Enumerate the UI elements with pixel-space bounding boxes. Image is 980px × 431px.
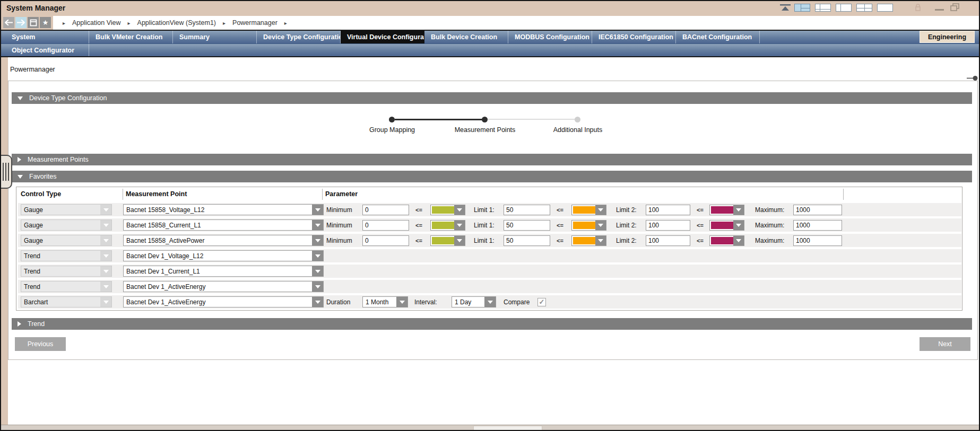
dropdown-arrow-icon[interactable] bbox=[454, 236, 465, 245]
layout-left-icon[interactable] bbox=[836, 4, 852, 12]
dropdown-arrow-icon[interactable] bbox=[312, 251, 323, 261]
step-dot-additional-inputs[interactable] bbox=[575, 117, 580, 122]
dropdown-arrow-icon[interactable] bbox=[733, 205, 744, 215]
breadcrumb-item-powermanager[interactable]: Powermanager bbox=[232, 19, 277, 27]
measurement-point-dropdown[interactable]: Bacnet 15858_Voltage_L12 bbox=[123, 204, 324, 215]
control-type-dropdown[interactable]: Gauge bbox=[21, 219, 112, 231]
interval-dropdown[interactable]: 1 Day bbox=[452, 296, 496, 307]
tab-summary[interactable]: Summary bbox=[173, 31, 257, 43]
color-dropdown-mid[interactable] bbox=[571, 220, 606, 231]
dropdown-arrow-icon[interactable] bbox=[733, 221, 744, 230]
recent-view-button[interactable] bbox=[28, 17, 39, 28]
scrollbar-thumb[interactable] bbox=[473, 426, 542, 431]
maximum-input[interactable] bbox=[793, 235, 842, 246]
color-dropdown-mid[interactable] bbox=[571, 235, 606, 246]
breadcrumb-item-application-view[interactable]: Application View bbox=[72, 19, 121, 27]
tab-iec61850-configuration[interactable]: IEC61850 Configuration bbox=[592, 31, 676, 43]
dropdown-arrow-icon[interactable] bbox=[312, 266, 323, 276]
dropdown-arrow-icon[interactable] bbox=[312, 297, 323, 307]
limit2-input[interactable] bbox=[646, 205, 690, 215]
dropdown-arrow-icon[interactable] bbox=[312, 282, 323, 292]
minimum-input[interactable] bbox=[362, 205, 409, 215]
measurement-point-dropdown[interactable]: Bacnet Dev 1_ActiveEnergy bbox=[123, 296, 324, 307]
color-dropdown-high[interactable] bbox=[709, 205, 744, 215]
dropdown-arrow-icon[interactable] bbox=[595, 205, 606, 215]
tab-engineering[interactable]: Engineering bbox=[920, 31, 975, 43]
limit1-input[interactable] bbox=[504, 205, 550, 215]
favorite-star-button[interactable]: ★ bbox=[40, 17, 51, 28]
minimum-input[interactable] bbox=[362, 235, 409, 246]
dropdown-arrow-icon[interactable] bbox=[312, 220, 323, 230]
control-type-dropdown[interactable]: Trend bbox=[21, 281, 112, 292]
limit2-input[interactable] bbox=[646, 235, 690, 246]
lock-icon[interactable] bbox=[915, 3, 921, 12]
dropdown-arrow-icon[interactable] bbox=[100, 235, 111, 245]
maximum-input[interactable] bbox=[793, 205, 842, 215]
color-dropdown-high[interactable] bbox=[709, 235, 744, 246]
color-dropdown-low[interactable] bbox=[430, 235, 465, 246]
dropdown-arrow-icon[interactable] bbox=[595, 236, 606, 245]
dropdown-arrow-icon[interactable] bbox=[484, 297, 496, 307]
dropdown-arrow-icon[interactable] bbox=[100, 266, 111, 276]
tab-device-type-configuration[interactable]: Device Type Configuration bbox=[257, 31, 341, 43]
layout-quad-selected-icon[interactable] bbox=[794, 4, 810, 12]
dropdown-arrow-icon[interactable] bbox=[454, 221, 465, 230]
dropdown-arrow-icon[interactable] bbox=[312, 235, 323, 245]
dropdown-arrow-icon[interactable] bbox=[454, 205, 465, 215]
tab-virtual-device-configuration[interactable]: Virtual Device Configuratio bbox=[341, 31, 424, 43]
tab-bulk-device-creation[interactable]: Bulk Device Creation bbox=[424, 31, 508, 43]
step-dot-measurement-points[interactable] bbox=[482, 117, 488, 122]
previous-button[interactable]: Previous bbox=[15, 337, 66, 351]
dropdown-arrow-icon[interactable] bbox=[100, 297, 111, 307]
flyout-handle[interactable] bbox=[1, 155, 12, 189]
section-header-trend[interactable]: Trend bbox=[12, 318, 972, 330]
control-type-dropdown[interactable]: Gauge bbox=[21, 204, 112, 215]
color-dropdown-mid[interactable] bbox=[571, 205, 606, 215]
section-header-device-type-configuration[interactable]: Device Type Configuration bbox=[12, 92, 972, 104]
measurement-point-dropdown[interactable]: Bacnet 15858_ActivePower bbox=[123, 235, 324, 246]
horizontal-scrollbar[interactable] bbox=[1, 425, 979, 431]
limit1-input[interactable] bbox=[504, 235, 550, 246]
maximum-input[interactable] bbox=[793, 220, 842, 231]
breadcrumb-item-applicationview-system1[interactable]: ApplicationView (System1) bbox=[137, 19, 216, 27]
duration-dropdown[interactable]: 1 Month bbox=[362, 296, 408, 307]
tab-bacnet-configuration[interactable]: BACnet Configuration bbox=[676, 31, 760, 43]
limit1-input[interactable] bbox=[504, 220, 550, 231]
dropdown-arrow-icon[interactable] bbox=[100, 251, 111, 261]
color-dropdown-low[interactable] bbox=[430, 220, 465, 231]
section-header-measurement-points[interactable]: Measurement Points bbox=[12, 154, 972, 165]
dropdown-arrow-icon[interactable] bbox=[595, 221, 606, 230]
next-button[interactable]: Next bbox=[920, 337, 970, 351]
dropdown-arrow-icon[interactable] bbox=[100, 220, 111, 230]
control-type-dropdown[interactable]: Trend bbox=[21, 250, 112, 261]
forward-button[interactable] bbox=[15, 17, 27, 28]
tab-bulk-vmeter-creation[interactable]: Bulk VMeter Creation bbox=[89, 31, 173, 43]
control-type-dropdown[interactable]: Trend bbox=[21, 266, 112, 277]
dropdown-arrow-icon[interactable] bbox=[100, 282, 111, 292]
measurement-point-dropdown[interactable]: Bacnet 15858_Current_L1 bbox=[123, 219, 324, 231]
control-type-dropdown[interactable]: Gauge bbox=[21, 235, 112, 246]
tab-system[interactable]: System bbox=[5, 31, 89, 43]
compare-checkbox[interactable]: ✓ bbox=[537, 298, 546, 306]
dropdown-arrow-icon[interactable] bbox=[733, 236, 744, 245]
layout-single-icon[interactable] bbox=[877, 4, 893, 12]
tab-object-configurator[interactable]: Object Configurator bbox=[5, 44, 89, 56]
dropdown-arrow-icon[interactable] bbox=[100, 205, 111, 215]
measurement-point-dropdown[interactable]: Bacnet Dev 1_Voltage_L12 bbox=[123, 250, 324, 261]
back-button[interactable] bbox=[3, 17, 14, 28]
minimum-input[interactable] bbox=[362, 220, 409, 231]
step-dot-group-mapping[interactable] bbox=[389, 117, 395, 122]
control-type-dropdown[interactable]: Barchart bbox=[21, 296, 112, 307]
collapse-top-icon[interactable] bbox=[779, 4, 792, 12]
layout-left-bottom-icon[interactable] bbox=[815, 4, 831, 12]
dropdown-arrow-icon[interactable] bbox=[396, 297, 407, 307]
section-header-favorites[interactable]: Favorites bbox=[12, 171, 972, 182]
limit2-input[interactable] bbox=[646, 220, 690, 231]
color-dropdown-high[interactable] bbox=[709, 220, 744, 231]
tab-modbus-configuration[interactable]: MODBUS Configuration bbox=[508, 31, 592, 43]
color-dropdown-low[interactable] bbox=[430, 205, 465, 215]
measurement-point-dropdown[interactable]: Bacnet Dev 1_ActiveEnergy bbox=[123, 281, 324, 292]
restore-icon[interactable] bbox=[950, 3, 960, 12]
minimize-icon[interactable] bbox=[935, 9, 944, 11]
layout-grid-icon[interactable] bbox=[856, 4, 872, 12]
